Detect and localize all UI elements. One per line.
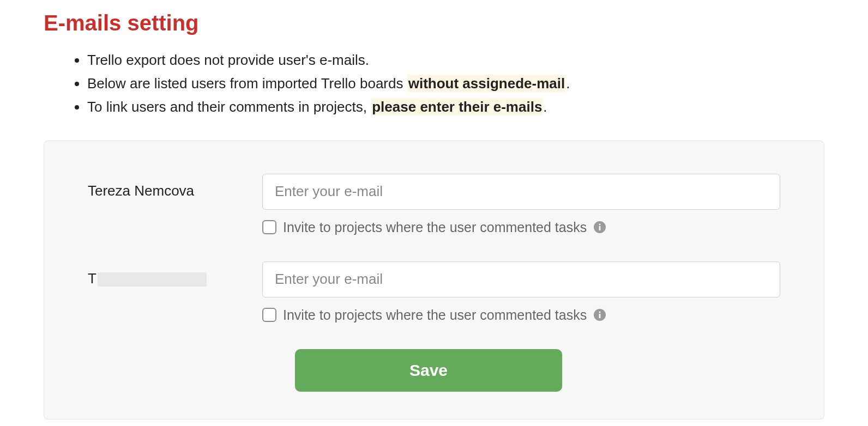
info-item-2-prefix: Below are listed users from imported Tre… bbox=[87, 75, 407, 92]
email-field[interactable] bbox=[262, 261, 780, 297]
info-item-3-highlight: please enter their e-mails bbox=[371, 98, 543, 115]
email-field[interactable] bbox=[262, 174, 780, 210]
user-fields: Invite to projects where the user commen… bbox=[262, 174, 780, 235]
info-item-2: Below are listed users from imported Tre… bbox=[87, 72, 824, 95]
user-name-text: Tereza Nemcova bbox=[88, 182, 194, 199]
page-title: E-mails setting bbox=[44, 11, 824, 35]
svg-rect-1 bbox=[599, 226, 601, 230]
invite-checkbox-row: Invite to projects where the user commen… bbox=[262, 220, 780, 235]
redacted-block bbox=[98, 272, 207, 287]
invite-checkbox-row: Invite to projects where the user commen… bbox=[262, 307, 780, 323]
emails-form-panel: Tereza Nemcova Invite to projects where … bbox=[44, 141, 824, 419]
info-item-3-suffix: . bbox=[543, 99, 547, 115]
svg-point-2 bbox=[599, 224, 601, 226]
user-fields: Invite to projects where the user commen… bbox=[262, 261, 780, 323]
svg-point-5 bbox=[599, 312, 601, 313]
info-item-3-prefix: To link users and their comments in proj… bbox=[87, 99, 371, 115]
info-item-1: Trello export does not provide user's e-… bbox=[87, 48, 824, 72]
save-row: Save bbox=[295, 349, 780, 392]
svg-rect-4 bbox=[599, 314, 601, 318]
info-item-2-highlight: without assignede-mail bbox=[407, 75, 566, 92]
info-item-2-suffix: . bbox=[566, 75, 570, 92]
user-row: T Invite to projects where the user comm… bbox=[88, 261, 780, 323]
info-icon[interactable] bbox=[593, 308, 606, 321]
invite-checkbox[interactable] bbox=[262, 308, 276, 322]
user-name-label: T bbox=[88, 261, 262, 287]
user-row: Tereza Nemcova Invite to projects where … bbox=[88, 174, 780, 235]
save-button[interactable]: Save bbox=[295, 349, 562, 392]
info-icon[interactable] bbox=[593, 221, 606, 234]
info-list: Trello export does not provide user's e-… bbox=[87, 48, 824, 119]
invite-checkbox[interactable] bbox=[262, 220, 276, 234]
user-name-text: T bbox=[88, 270, 97, 287]
invite-checkbox-label: Invite to projects where the user commen… bbox=[283, 220, 587, 235]
user-name-label: Tereza Nemcova bbox=[88, 174, 262, 199]
invite-checkbox-label: Invite to projects where the user commen… bbox=[283, 307, 587, 323]
info-item-3: To link users and their comments in proj… bbox=[87, 95, 824, 119]
